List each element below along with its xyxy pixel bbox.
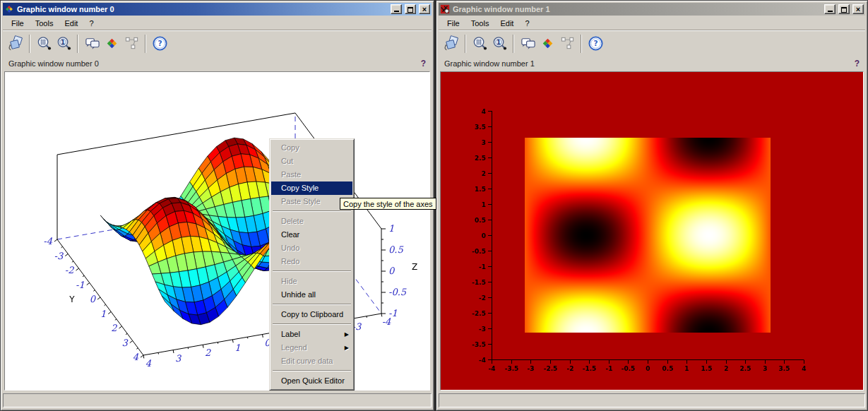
context-menu-item-cut[interactable]: Cut xyxy=(271,155,352,168)
colormap-button[interactable] xyxy=(102,34,121,54)
toolbar-separator xyxy=(145,35,146,53)
submenu-arrow-icon: ▶ xyxy=(345,341,349,355)
menu-edit[interactable]: Edit xyxy=(59,18,83,29)
menu-edit[interactable]: Edit xyxy=(494,18,519,29)
menu-item-label: Edit curve data xyxy=(281,357,333,365)
plot-area-heatmap xyxy=(440,71,864,391)
rotate-icon xyxy=(444,35,460,52)
window-title: Graphic window number 1 xyxy=(453,5,821,13)
zoom-area-icon xyxy=(472,35,488,52)
info-bar: Graphic window number 0 ? xyxy=(3,56,432,71)
dialogs-icon xyxy=(520,35,536,52)
menu-tools[interactable]: Tools xyxy=(30,18,59,29)
titlebar-window-0[interactable]: Graphic window number 0 × xyxy=(3,3,432,16)
context-menu-item-edit-curve-data[interactable]: Edit curve data xyxy=(271,355,352,368)
graph-editor-button[interactable] xyxy=(557,34,577,54)
maximize-button[interactable] xyxy=(405,4,416,14)
zoom-area-icon xyxy=(36,35,52,52)
zoom-reset-icon xyxy=(56,35,72,52)
status-bar xyxy=(3,393,432,407)
context-menu-item-redo[interactable]: Redo xyxy=(271,255,352,268)
minimize-icon xyxy=(394,11,399,12)
zoom-area-button[interactable] xyxy=(470,34,489,54)
menu-help[interactable]: ? xyxy=(519,18,535,29)
close-button[interactable]: × xyxy=(852,4,864,14)
scilab-window-icon xyxy=(4,4,14,14)
menu-separator xyxy=(273,323,351,325)
context-menu-item-label[interactable]: Label▶ xyxy=(271,328,352,341)
help-button[interactable] xyxy=(150,34,170,54)
titlebar-window-1[interactable]: Graphic window number 1 × xyxy=(439,3,865,16)
zoom-reset-button[interactable] xyxy=(489,34,509,54)
minimize-button[interactable] xyxy=(391,4,402,14)
menu-item-label: Delete xyxy=(281,217,304,225)
menu-item-label: Undo xyxy=(281,244,299,252)
graph-editor-icon xyxy=(124,35,140,52)
dialogs-button[interactable] xyxy=(82,34,102,54)
heatmap-plot-canvas[interactable] xyxy=(441,72,864,390)
context-menu-item-hide[interactable]: Hide xyxy=(271,275,352,288)
menu-item-label: Label xyxy=(281,330,300,338)
graph-editor-icon xyxy=(559,35,576,52)
dialogs-button[interactable] xyxy=(518,34,537,54)
maximize-button[interactable] xyxy=(838,4,850,14)
zoom-reset-icon xyxy=(492,35,508,52)
menu-file[interactable]: File xyxy=(6,18,30,29)
help-question-mark[interactable]: ? xyxy=(855,59,860,68)
menu-file[interactable]: File xyxy=(441,18,465,29)
tooltip: Copy the style of the axes xyxy=(340,198,436,210)
menu-item-label: Hide xyxy=(281,277,297,285)
toolbar-separator xyxy=(77,35,78,53)
context-menu-item-undo[interactable]: Undo xyxy=(271,242,352,255)
rotate-icon xyxy=(8,35,24,52)
toolbar xyxy=(3,30,432,56)
help-question-mark[interactable]: ? xyxy=(421,59,426,68)
context-menu-item-paste[interactable]: Paste xyxy=(271,168,352,181)
maximize-icon xyxy=(841,7,847,13)
dialogs-icon xyxy=(84,35,100,52)
close-button[interactable]: × xyxy=(419,4,430,14)
menu-item-label: Copy to Clipboard xyxy=(281,310,343,318)
menu-bar: File Tools Edit ? xyxy=(3,16,432,30)
help-icon xyxy=(152,35,168,52)
minimize-button[interactable] xyxy=(824,4,836,14)
rotate-button[interactable] xyxy=(6,34,25,54)
context-menu-item-copy[interactable]: Copy xyxy=(271,141,352,155)
menu-tools[interactable]: Tools xyxy=(465,18,495,29)
menu-item-label: Unhide all xyxy=(281,290,316,299)
menu-separator xyxy=(273,304,351,305)
context-menu-item-delete[interactable]: Delete xyxy=(271,215,352,228)
menu-separator xyxy=(273,270,351,272)
context-menu-item-copy-to-clipboard[interactable]: Copy to Clipboard xyxy=(271,308,352,321)
close-icon: × xyxy=(422,6,427,13)
menu-separator xyxy=(273,370,351,371)
menu-item-label: Copy xyxy=(281,143,299,152)
graph-editor-button[interactable] xyxy=(121,34,141,54)
help-button[interactable] xyxy=(585,34,605,54)
zoom-reset-button[interactable] xyxy=(54,34,73,54)
close-icon: × xyxy=(856,6,860,13)
context-menu-item-legend[interactable]: Legend▶ xyxy=(271,341,352,355)
menu-item-label: Legend xyxy=(281,343,307,352)
menu-help[interactable]: ? xyxy=(83,18,99,29)
menu-item-label: Copy Style xyxy=(281,184,319,192)
status-text: Graphic window number 1 xyxy=(444,59,535,68)
screen: Graphic window number 0 × File Tools Edi… xyxy=(0,0,868,411)
plot-area-surface xyxy=(4,71,430,391)
colormap-icon xyxy=(104,35,120,52)
rotate-button[interactable] xyxy=(441,34,461,54)
window-graphic-1: Graphic window number 1 × File Tools Edi… xyxy=(436,0,868,411)
maximize-icon xyxy=(408,7,413,13)
context-menu-item-copy-style[interactable]: Copy Style xyxy=(271,181,352,195)
context-menu-item-unhide-all[interactable]: Unhide all xyxy=(271,288,352,302)
help-icon xyxy=(588,35,604,52)
zoom-area-button[interactable] xyxy=(34,34,54,54)
menu-item-label: Cut xyxy=(281,157,293,165)
context-menu-item-clear[interactable]: Clear xyxy=(271,228,352,242)
context-menu: CopyCutPasteCopy StylePaste StyleDeleteC… xyxy=(269,138,355,391)
context-menu-item-open-quick-editor[interactable]: Open Quick Editor xyxy=(271,374,352,388)
toolbar-separator xyxy=(29,35,30,53)
surface-plot-canvas[interactable] xyxy=(5,72,430,390)
menu-item-label: Paste xyxy=(281,170,301,179)
colormap-button[interactable] xyxy=(537,34,557,54)
